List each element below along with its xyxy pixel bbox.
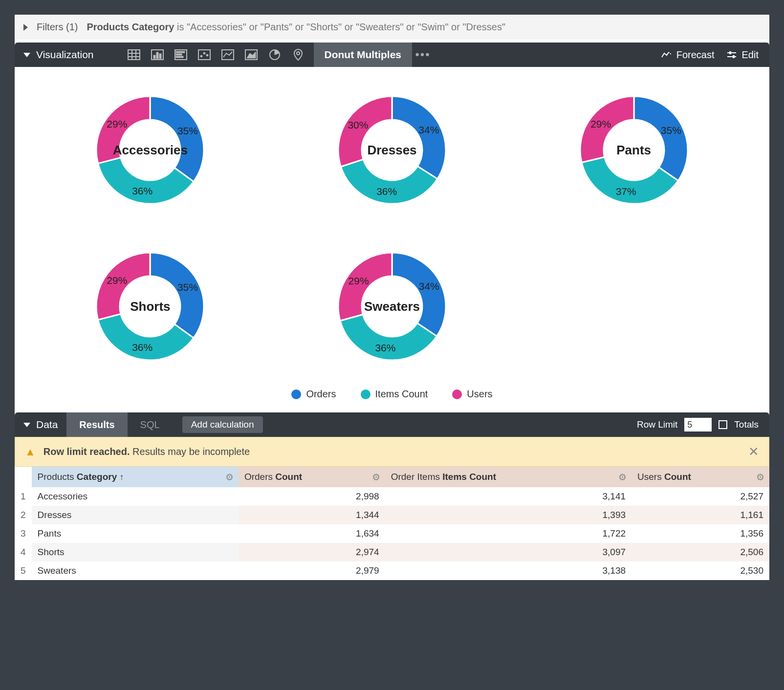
legend-item[interactable]: Orders <box>291 388 336 400</box>
cell-category: Pants <box>32 524 239 543</box>
cell-users: 2,527 <box>632 487 769 506</box>
filters-label: Filters (1) <box>37 22 78 33</box>
slice-label: 34% <box>418 124 439 136</box>
totals-checkbox[interactable] <box>719 420 727 429</box>
slice-label: 35% <box>661 125 681 136</box>
tab-results[interactable]: Results <box>66 412 127 437</box>
legend-item[interactable]: Users <box>452 388 492 400</box>
cell-users: 2,530 <box>632 561 769 580</box>
svg-rect-13 <box>198 50 210 60</box>
cell-category: Shorts <box>32 543 239 561</box>
table-row: 3 Pants 1,634 1,722 1,356 <box>15 524 769 543</box>
row-index: 2 <box>15 506 32 524</box>
slice-label: 34% <box>419 280 439 292</box>
cell-orders: 2,974 <box>239 543 385 561</box>
gear-icon[interactable]: ⚙ <box>225 472 234 483</box>
filters-description: Products Category is "Accessories" or "P… <box>87 22 505 33</box>
svg-point-14 <box>200 55 202 57</box>
forecast-label: Forecast <box>676 49 715 61</box>
warning-icon: ▲ <box>25 446 36 458</box>
svg-rect-10 <box>176 51 185 53</box>
edit-button[interactable]: Edit <box>726 49 759 61</box>
warning-banner: ▲ Row limit reached. Results may be inco… <box>15 437 769 467</box>
cell-items: 1,393 <box>385 506 632 524</box>
donut-chart: Pants35%37%29% <box>566 82 702 218</box>
area-chart-icon[interactable] <box>240 43 263 67</box>
column-header[interactable]: Products Category ↑⚙ <box>32 467 239 487</box>
donut-chart: Dresses34%36%30% <box>324 82 460 218</box>
svg-point-16 <box>206 54 208 56</box>
svg-rect-7 <box>156 52 158 59</box>
slice-label: 36% <box>132 342 152 353</box>
svg-marker-19 <box>247 52 256 58</box>
donut-title: Pants <box>616 143 651 158</box>
slice-label: 29% <box>107 118 127 130</box>
scatter-icon[interactable] <box>193 43 216 67</box>
data-toggle[interactable]: Data <box>15 419 66 431</box>
slice-label: 29% <box>348 275 369 287</box>
column-header[interactable]: Users Count⚙ <box>632 467 769 487</box>
table-icon[interactable] <box>122 43 146 67</box>
cell-category: Sweaters <box>32 561 239 580</box>
cell-items: 3,097 <box>385 543 632 561</box>
legend-dot <box>361 389 370 399</box>
warning-text: Row limit reached. Results may be incomp… <box>44 446 250 457</box>
pie-chart-icon[interactable] <box>263 43 286 67</box>
svg-rect-12 <box>176 56 183 58</box>
legend-label: Users <box>467 388 492 400</box>
row-index: 1 <box>15 487 32 506</box>
forecast-icon <box>661 50 672 59</box>
filters-bar[interactable]: Filters (1) Products Category is "Access… <box>15 15 769 40</box>
donut-chart: Sweaters34%36%29% <box>324 238 460 375</box>
forecast-button[interactable]: Forecast <box>661 49 715 61</box>
chevron-right-icon <box>23 24 28 31</box>
slice-label: 35% <box>177 125 198 137</box>
cell-items: 3,138 <box>385 561 632 580</box>
donut-title: Accessories <box>113 143 188 158</box>
add-calculation-button[interactable]: Add calculation <box>182 416 263 433</box>
data-label: Data <box>36 419 58 431</box>
sort-asc-icon: ↑ <box>119 472 124 482</box>
selected-vis-type[interactable]: Donut Multiples <box>314 43 412 67</box>
svg-rect-6 <box>153 55 155 59</box>
line-chart-icon[interactable] <box>216 43 240 67</box>
cell-items: 3,141 <box>385 487 632 506</box>
totals-label: Totals <box>734 419 759 430</box>
slice-label: 30% <box>348 119 368 131</box>
gear-icon[interactable]: ⚙ <box>372 472 380 483</box>
filters-field: Products Category <box>87 22 174 32</box>
gear-icon[interactable]: ⚙ <box>756 472 764 483</box>
svg-rect-0 <box>128 50 140 60</box>
tab-sql[interactable]: SQL <box>128 412 173 437</box>
column-header[interactable]: Order Items Items Count⚙ <box>385 467 632 487</box>
cell-users: 2,506 <box>632 543 769 561</box>
legend: OrdersItems CountUsers <box>44 388 740 400</box>
horizontal-bar-icon[interactable] <box>169 43 193 67</box>
cell-orders: 1,344 <box>239 506 385 524</box>
donut-title: Sweaters <box>364 299 420 314</box>
legend-item[interactable]: Items Count <box>361 388 428 400</box>
row-limit-input[interactable] <box>684 418 712 431</box>
map-icon[interactable] <box>286 43 310 67</box>
gear-icon[interactable]: ⚙ <box>618 472 627 483</box>
donut-chart: Accessories35%36%29% <box>82 82 218 218</box>
edit-label: Edit <box>742 49 759 61</box>
table-row: 4 Shorts 2,974 3,097 2,506 <box>15 543 769 561</box>
visualization-toolbar: Visualization Donut Multiples ••• Foreca… <box>15 43 769 67</box>
close-icon[interactable]: ✕ <box>748 444 759 459</box>
cell-orders: 2,998 <box>239 487 385 506</box>
visualization-toggle[interactable]: Visualization <box>15 49 103 61</box>
svg-point-15 <box>203 52 205 54</box>
svg-point-21 <box>297 52 300 55</box>
bar-chart-icon[interactable] <box>146 43 169 67</box>
column-header[interactable]: Orders Count⚙ <box>239 467 385 487</box>
svg-rect-25 <box>733 55 735 58</box>
chevron-down-icon <box>23 423 30 427</box>
cell-orders: 1,634 <box>239 524 385 543</box>
row-index: 3 <box>15 524 32 543</box>
row-limit-label: Row Limit <box>637 419 677 430</box>
data-toolbar: Data Results SQL Add calculation Row Lim… <box>15 412 769 437</box>
table-row: 1 Accessories 2,998 3,141 2,527 <box>15 487 769 506</box>
warning-rest: Results may be incomplete <box>132 446 250 457</box>
more-vis-types[interactable]: ••• <box>412 43 434 67</box>
